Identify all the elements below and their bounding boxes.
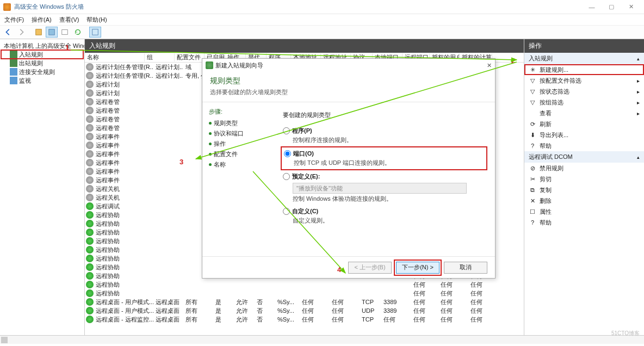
action-item[interactable]: ?帮助 — [524, 140, 644, 151]
center-header: 入站规则 — [85, 39, 524, 53]
cancel-button[interactable]: 取消 — [444, 262, 487, 274]
rule-status-icon — [86, 159, 94, 166]
next-button[interactable]: 下一步(N) > — [396, 262, 439, 274]
rule-status-icon — [86, 107, 94, 114]
action-item[interactable]: ▽按配置文件筛选▸ — [524, 75, 644, 86]
-icon — [529, 109, 536, 117]
tree-monitoring[interactable]: 监视 — [1, 76, 83, 85]
table-row[interactable]: 远程协助任何任何任何 — [85, 280, 524, 289]
back-button[interactable] — [2, 27, 14, 38]
action-item[interactable]: ▽按组筛选▸ — [524, 97, 644, 108]
action-label: 按配置文件筛选 — [540, 77, 581, 85]
tool-icon-4[interactable] — [89, 27, 101, 38]
back-button: < 上一步(B) — [348, 262, 392, 274]
wizard-close-button[interactable]: ✕ — [487, 62, 492, 69]
column-header[interactable]: 名称 — [85, 53, 145, 61]
rule-status-icon — [86, 150, 94, 158]
step-rule-type[interactable]: 规则类型 — [209, 119, 267, 127]
rule-status-icon — [86, 237, 94, 245]
rule-status-icon — [86, 89, 94, 97]
delete-icon: ✕ — [529, 197, 536, 205]
column-header[interactable]: 配置文件 — [175, 53, 205, 61]
tool-icon-2[interactable] — [46, 27, 58, 38]
tree-pane: 本地计算机 上的高级安全 Wind 入站规则 出站规则 连接安全规则 监视 — [0, 39, 85, 335]
radio-custom[interactable] — [283, 208, 290, 215]
maximize-button[interactable]: ▢ — [602, 1, 621, 13]
action-label: 删除 — [540, 197, 552, 205]
svg-rect-3 — [92, 29, 98, 35]
horizontal-scrollbar[interactable] — [0, 335, 644, 344]
action-item[interactable]: ✕删除 — [524, 195, 644, 206]
tree-inbound-rules[interactable]: 入站规则 — [1, 50, 83, 59]
action-label: 复制 — [540, 186, 552, 194]
action-item[interactable]: ▽按状态筛选▸ — [524, 86, 644, 97]
action-label: 按状态筛选 — [540, 88, 569, 96]
refresh-icon[interactable] — [72, 27, 84, 38]
action-item[interactable]: ☐属性 — [524, 206, 644, 217]
rule-status-icon — [86, 272, 94, 280]
action-item[interactable]: ⟳刷新 — [524, 119, 644, 129]
rule-status-icon — [86, 81, 94, 88]
close-button[interactable]: ✕ — [621, 1, 641, 13]
table-row[interactable]: 远程桌面 - 用户模式...远程桌面所有是允许否%Sy...任何任何UDP338… — [85, 306, 524, 315]
tree-connection-security[interactable]: 连接安全规则 — [1, 67, 83, 76]
table-row[interactable]: 远程协助任何任何任何 — [85, 289, 524, 298]
step-profile[interactable]: 配置文件 — [209, 150, 267, 158]
tree-root[interactable]: 本地计算机 上的高级安全 Wind — [1, 41, 83, 50]
action-item[interactable]: ⊘禁用规则 — [524, 163, 644, 174]
action-item[interactable]: ✳新建规则... — [524, 64, 644, 75]
option-predefined[interactable]: 预定义(E): "播放到设备"功能 控制 Windows 体验功能连接的规则。 — [283, 172, 485, 203]
action-item[interactable]: ?帮助 — [524, 217, 644, 228]
tree-outbound-rules[interactable]: 出站规则 — [1, 59, 83, 67]
rule-status-icon — [86, 263, 94, 271]
wizard-steps: 步骤: 规则类型 协议和端口 操作 配置文件 名称 — [202, 102, 273, 256]
copy-icon: ⧉ — [529, 186, 536, 194]
shield-icon — [3, 3, 11, 11]
menu-help[interactable]: 帮助(H) — [86, 16, 107, 24]
action-item[interactable]: ✂剪切 — [524, 174, 644, 184]
help-icon: ? — [529, 142, 536, 150]
menubar: 文件(F) 操作(A) 查看(V) 帮助(H) — [0, 14, 644, 25]
radio-port[interactable] — [284, 150, 291, 157]
rule-status-icon — [86, 289, 94, 297]
rule-status-icon — [86, 124, 94, 132]
rule-status-icon — [86, 316, 94, 323]
props-icon: ☐ — [529, 208, 536, 215]
column-header[interactable]: 组 — [145, 53, 175, 61]
table-row[interactable]: 远程桌面 - 用户模式...远程桌面所有是允许否%Sy...任何任何TCP338… — [85, 298, 524, 306]
tool-icon-3[interactable] — [59, 27, 71, 38]
step-protocol-port[interactable]: 协议和端口 — [209, 129, 267, 138]
option-program[interactable]: 程序(P) 控制程序连接的规则。 — [283, 127, 485, 144]
wizard-shield-icon — [206, 61, 213, 69]
action-label: 禁用规则 — [540, 164, 564, 172]
export-icon: ⬇ — [529, 131, 536, 139]
action-label: 帮助 — [540, 142, 552, 150]
radio-program[interactable] — [283, 127, 290, 134]
tool-icon-1[interactable] — [33, 27, 45, 38]
chevron-right-icon: ▸ — [637, 89, 640, 95]
action-item[interactable]: ⧉复制 — [524, 184, 644, 195]
filter-icon: ▽ — [529, 98, 536, 106]
step-action[interactable]: 操作 — [209, 140, 267, 148]
option-custom[interactable]: 自定义(C) 自定义规则。 — [283, 207, 485, 225]
table-row[interactable]: 远程桌面 - 远程监控...远程桌面所有是允许否%Sy...任何任何TCP任何任… — [85, 315, 524, 324]
actions-section-inbound: 入站规则▴ — [524, 53, 644, 64]
menu-action[interactable]: 操作(A) — [32, 16, 52, 24]
action-item[interactable]: ⬇导出列表... — [524, 129, 644, 140]
action-item[interactable]: 查看▸ — [524, 108, 644, 119]
chevron-right-icon: ▸ — [637, 100, 640, 106]
menu-view[interactable]: 查看(V) — [59, 16, 79, 24]
menu-file[interactable]: 文件(F) — [4, 16, 24, 24]
option-port[interactable]: 端口(O) 控制 TCP 或 UDP 端口连接的规则。 — [283, 149, 485, 168]
rule-status-icon — [86, 202, 94, 210]
action-label: 帮助 — [540, 219, 552, 227]
action-label: 按组筛选 — [540, 98, 564, 107]
wizard-dialog: 新建入站规则向导 ✕ 规则类型 选择要创建的防火墙规则类型 步骤: 规则类型 协… — [202, 58, 496, 279]
action-label: 新建规则... — [540, 66, 568, 74]
radio-predefined[interactable] — [283, 173, 290, 180]
step-name[interactable]: 名称 — [209, 160, 267, 169]
titlebar: 高级安全 Windows 防火墙 — ▢ ✕ — [0, 0, 644, 14]
forward-button[interactable] — [15, 27, 27, 38]
minimize-button[interactable]: — — [582, 1, 602, 13]
window-title: 高级安全 Windows 防火墙 — [14, 3, 84, 11]
